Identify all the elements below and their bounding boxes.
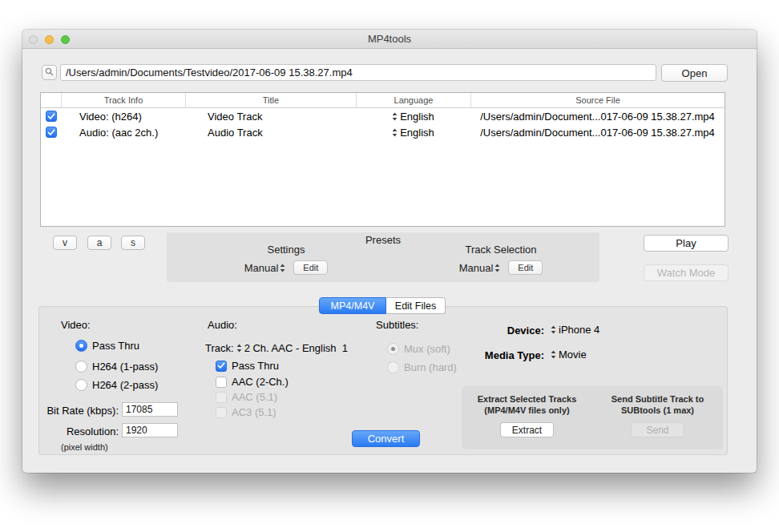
row-checkbox-cell [41, 111, 61, 122]
video-pass-thru-label: Pass Thru [92, 340, 139, 352]
send-column: Send Subtitle Track to SUBtools (1 max) … [592, 386, 723, 449]
app-window: MP4tools Open Track Info Title Language … [22, 30, 757, 473]
audio-aac-51-checkbox: AAC (5.1) [216, 391, 277, 403]
tab-mp4-m4v[interactable]: MP4/M4V [319, 297, 386, 314]
updown-chevron-icon [551, 350, 556, 359]
checkbox-disabled-icon [216, 407, 227, 418]
settings-label: Settings [202, 244, 370, 256]
extract-send-box: Extract Selected Tracks (MP4/M4V files o… [462, 386, 723, 449]
radio-icon [75, 361, 87, 373]
checkbox-icon [216, 377, 227, 388]
radio-disabled-selected-icon [387, 343, 399, 355]
file-path-input[interactable] [60, 64, 656, 81]
bit-rate-label: Bit Rate (kbps): [39, 405, 119, 417]
title-bar[interactable]: MP4tools [22, 30, 757, 49]
extract-column: Extract Selected Tracks (MP4/M4V files o… [462, 386, 592, 449]
track-info-cell: Audio: (aac 2ch.) [61, 127, 185, 139]
extract-title-line2: (MP4/M4V files only) [484, 405, 569, 416]
device-popup[interactable]: iPhone 4 [551, 324, 599, 336]
track-selection-label: Track Selection [417, 244, 585, 256]
table-row[interactable]: Video: (h264) Video Track English /Users… [41, 108, 725, 124]
media-type-popup[interactable]: Movie [551, 349, 587, 361]
subtitles-section-heading: Subtitles: [376, 319, 418, 331]
source-file-cell: /Users/admin/Document...017-06-09 15.38.… [470, 127, 725, 139]
conversion-panel: Video: Pass Thru H264 (1-pass) H264 (2-p… [38, 306, 728, 455]
settings-preset-popup[interactable]: Manual [244, 262, 286, 274]
presets-box: Presets Settings Manual Edit Track Selec… [167, 232, 599, 282]
updown-chevron-icon [551, 325, 556, 334]
table-header: Track Info Title Language Source File [41, 93, 725, 108]
subtitles-burn-radio: Burn (hard) [387, 361, 457, 373]
track-selection-preset-group: Track Selection Manual Edit [417, 244, 585, 275]
checkbox-column-header[interactable] [41, 93, 61, 107]
track-info-cell: Video: (h264) [61, 111, 185, 123]
video-section-heading: Video: [61, 319, 91, 331]
video-pass-thru-radio[interactable]: Pass Thru [75, 340, 139, 352]
extract-title-line1: Extract Selected Tracks [478, 393, 577, 405]
add-audio-track-button[interactable]: a [87, 236, 111, 250]
updown-chevron-icon [494, 264, 500, 272]
column-header-track-info[interactable]: Track Info [61, 93, 185, 107]
media-type-value: Movie [559, 349, 587, 361]
send-button: Send [631, 422, 684, 437]
check-icon [47, 113, 55, 120]
tab-edit-files[interactable]: Edit Files [386, 297, 446, 314]
search-button[interactable] [42, 65, 57, 80]
audio-track-popup[interactable]: Track: 2 Ch. AAC - English 1 [205, 342, 348, 354]
send-title-line1: Send Subtitle Track to [611, 393, 704, 405]
audio-aac-2ch-label: AAC (2-Ch.) [232, 376, 289, 388]
audio-ac3-51-checkbox: AC3 (5.1) [216, 406, 276, 418]
audio-aac-2ch-checkbox[interactable]: AAC (2-Ch.) [216, 376, 289, 388]
column-header-language[interactable]: Language [356, 93, 470, 107]
audio-section-heading: Audio: [208, 319, 237, 331]
extract-button[interactable]: Extract [500, 422, 554, 437]
check-icon [47, 129, 55, 136]
mode-tabs: MP4/M4V Edit Files [319, 297, 446, 314]
row-checkbox-cell [41, 127, 61, 138]
check-icon [217, 362, 225, 369]
convert-button[interactable]: Convert [352, 430, 420, 447]
track-title-cell[interactable]: Audio Track [185, 127, 356, 139]
audio-track-label: Track: [205, 342, 234, 354]
language-value: English [400, 127, 434, 139]
updown-chevron-icon [392, 128, 398, 137]
track-selection-preset-popup[interactable]: Manual [459, 262, 501, 274]
language-value: English [400, 111, 434, 123]
add-video-track-button[interactable]: v [53, 236, 77, 250]
resolution-input[interactable] [122, 423, 178, 437]
play-button[interactable]: Play [644, 235, 729, 252]
audio-pass-thru-checkbox[interactable]: Pass Thru [216, 360, 279, 372]
language-popup[interactable]: English [356, 127, 470, 139]
table-row[interactable]: Audio: (aac 2ch.) Audio Track English /U… [41, 124, 725, 140]
open-button[interactable]: Open [661, 64, 728, 82]
track-enabled-checkbox[interactable] [46, 111, 57, 122]
settings-edit-button[interactable]: Edit [293, 260, 328, 275]
bit-rate-input[interactable] [122, 402, 178, 417]
video-h264-1pass-radio[interactable]: H264 (1-pass) [75, 361, 158, 373]
track-enabled-checkbox[interactable] [46, 127, 57, 138]
send-title-line2: SUBtools (1 max) [621, 405, 694, 416]
subtitles-burn-label: Burn (hard) [404, 361, 457, 373]
track-selection-preset-value: Manual [459, 262, 494, 274]
device-label: Device: [440, 324, 544, 337]
resolution-label: Resolution: [39, 425, 119, 437]
column-header-title[interactable]: Title [185, 93, 356, 107]
window-title: MP4tools [22, 33, 757, 45]
add-subtitle-track-button[interactable]: s [121, 236, 145, 250]
checkbox-checked-icon [216, 361, 227, 372]
video-h264-2pass-label: H264 (2-pass) [92, 379, 158, 391]
video-h264-2pass-radio[interactable]: H264 (2-pass) [75, 379, 158, 391]
column-header-source-file[interactable]: Source File [470, 93, 725, 107]
updown-chevron-icon [236, 344, 242, 353]
language-popup[interactable]: English [356, 111, 470, 123]
audio-ac3-51-label: AC3 (5.1) [232, 406, 276, 418]
media-type-label: Media Type: [440, 349, 544, 361]
radio-icon [75, 379, 87, 391]
watch-mode-button: Watch Mode [644, 264, 729, 281]
track-table: Track Info Title Language Source File Vi… [40, 92, 725, 227]
radio-disabled-icon [387, 361, 399, 373]
desktop: MP4tools Open Track Info Title Language … [0, 0, 779, 532]
settings-preset-value: Manual [244, 262, 279, 274]
track-selection-edit-button[interactable]: Edit [508, 260, 543, 275]
track-title-cell[interactable]: Video Track [185, 111, 356, 123]
